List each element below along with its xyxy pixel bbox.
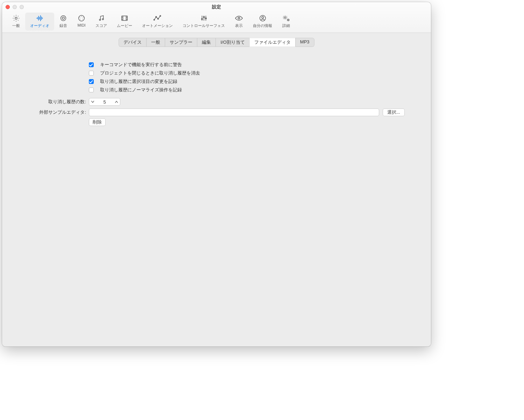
gear-icon [12, 14, 20, 22]
svg-point-8 [83, 19, 83, 20]
titlebar: 設定 一般 オーディオ 録音 [2, 2, 431, 33]
window-title: 設定 [2, 4, 431, 10]
toolbar-record[interactable]: 録音 [54, 13, 72, 30]
toolbar-label: MIDI [77, 23, 85, 27]
subtab-io[interactable]: I/O割り当て [215, 38, 249, 47]
content-area: デバイス 一般 サンプラー 編集 I/O割り当て ファイルエディタ MP3 キー… [2, 33, 431, 346]
svg-point-1 [61, 16, 66, 21]
sliders-icon [200, 14, 208, 22]
midi-icon [77, 14, 86, 22]
svg-point-6 [83, 17, 84, 18]
toolbar-audio[interactable]: オーディオ [25, 13, 54, 30]
toolbar-general[interactable]: 一般 [7, 13, 25, 30]
svg-point-19 [238, 17, 240, 19]
subtab-mp3[interactable]: MP3 [295, 38, 314, 47]
subtab-file-editor[interactable]: ファイルエディタ [249, 38, 295, 47]
check-label: プロジェクトを閉じるときに取り消し履歴を消去 [100, 70, 200, 76]
toolbar-label: 表示 [235, 23, 243, 28]
external-editor-field[interactable] [89, 108, 379, 116]
svg-point-0 [15, 17, 17, 19]
svg-point-21 [262, 16, 264, 19]
waveform-icon [36, 14, 44, 22]
toolbar-label: ムービー [117, 23, 132, 28]
check-record-selection-undo[interactable] [89, 79, 94, 84]
file-editor-panel: キーコマンドで機能を実行する前に警告 プロジェクトを閉じるときに取り消し履歴を消… [13, 52, 420, 340]
toolbar-score[interactable]: スコア [91, 13, 112, 30]
stepper-value: 5 [96, 99, 113, 105]
subtab-sampler[interactable]: サンプラー [165, 38, 197, 47]
film-icon [120, 14, 129, 22]
toolbar-midi[interactable]: MIDI [72, 13, 91, 30]
subtab-general[interactable]: 一般 [146, 38, 165, 47]
toolbar-label: 一般 [12, 23, 20, 28]
toolbar-advanced[interactable]: 詳細 [277, 13, 295, 30]
undo-count-label: 取り消し履歴の数: [13, 99, 89, 105]
toolbar-automation[interactable]: オートメーション [137, 13, 178, 30]
stepper-increment[interactable] [113, 98, 120, 105]
svg-point-7 [80, 19, 81, 20]
svg-point-2 [62, 17, 64, 19]
toolbar-my-info[interactable]: 自分の情報 [248, 13, 277, 30]
toolbar-control-surfaces[interactable]: コントロールサーフェス [178, 13, 230, 30]
toolbar-label: 詳細 [282, 23, 290, 28]
toolbar-movie[interactable]: ムービー [112, 13, 137, 30]
subtab-devices[interactable]: デバイス [119, 38, 146, 47]
check-label: キーコマンドで機能を実行する前に警告 [100, 62, 182, 68]
delete-external-editor-button[interactable]: 削除 [89, 118, 106, 126]
svg-point-5 [80, 17, 80, 18]
toolbar-label: オーディオ [30, 23, 49, 28]
eye-icon [235, 14, 243, 22]
svg-point-10 [102, 19, 104, 20]
window-controls [6, 5, 24, 9]
svg-point-9 [99, 19, 101, 21]
gears-icon [282, 14, 290, 22]
svg-point-4 [81, 16, 82, 17]
svg-point-12 [154, 19, 155, 20]
choose-external-editor-button[interactable]: 選択... [383, 108, 405, 116]
toolbar-label: 録音 [59, 23, 67, 28]
audio-subtabs: デバイス 一般 サンプラー 編集 I/O割り当て ファイルエディタ MP3 [119, 38, 314, 47]
toolbar-label: 自分の情報 [253, 23, 272, 28]
notes-icon [97, 14, 106, 22]
check-label: 取り消し履歴に選択項目の変更を記録 [100, 78, 177, 85]
automation-icon [153, 14, 162, 22]
svg-point-23 [288, 19, 289, 21]
settings-window: 設定 一般 オーディオ 録音 [2, 2, 431, 346]
svg-point-22 [284, 17, 286, 19]
toolbar-display[interactable]: 表示 [230, 13, 248, 30]
close-window-button[interactable] [6, 5, 10, 9]
stepper-decrement[interactable] [89, 98, 96, 105]
subtab-edit[interactable]: 編集 [197, 38, 215, 47]
svg-rect-11 [122, 16, 128, 21]
toolbar-label: スコア [95, 23, 107, 28]
external-editor-label: 外部サンプルエディタ: [13, 109, 89, 115]
prefs-toolbar: 一般 オーディオ 録音 MIDI [2, 12, 431, 33]
zoom-window-button[interactable] [20, 5, 24, 9]
person-icon [259, 14, 267, 22]
check-warn-before-keycmd[interactable] [89, 62, 94, 67]
toolbar-label: オートメーション [142, 23, 173, 28]
check-label: 取り消し履歴にノーマライズ操作を記録 [100, 87, 182, 93]
undo-count-stepper[interactable]: 5 [89, 98, 120, 106]
check-record-normalize-undo[interactable] [89, 88, 94, 92]
check-clear-undo-on-close[interactable] [89, 71, 94, 76]
toolbar-label: コントロールサーフェス [183, 23, 225, 28]
minimize-window-button[interactable] [13, 5, 17, 9]
record-icon [59, 14, 68, 22]
